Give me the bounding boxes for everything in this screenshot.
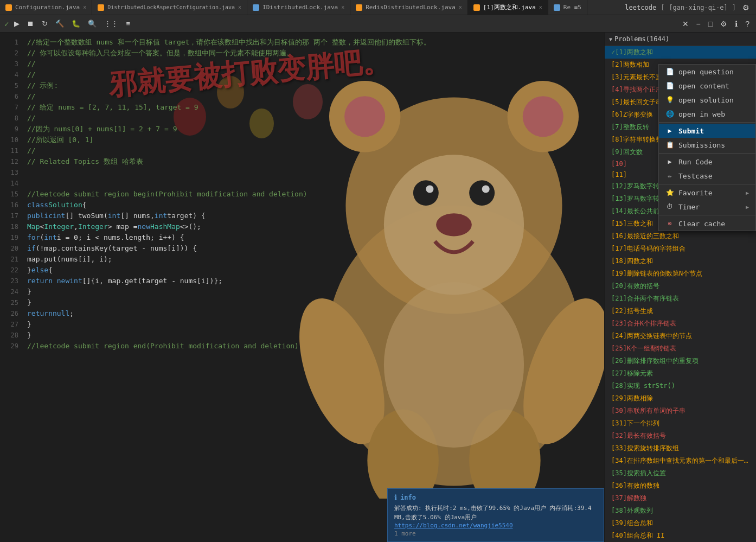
info-more-btn[interactable]: 1 more [394,530,597,537]
code-line-11: 11 // [0,145,604,156]
code-line-2: 2 // 你可以假设每种输入只会对应一个答案。但是，数组中同一个元素不能使用两遍… [0,48,604,59]
layout-btn[interactable]: ⋮⋮ [102,18,120,29]
search-btn[interactable]: 🔍 [86,18,99,29]
toolbar-right: ✕ − □ ⚙ ℹ ? [680,18,752,29]
testcase-icon: ✏ [665,171,674,180]
problem-item-30[interactable]: [30]串联所有单词的子串 [605,405,756,417]
ctx-submit[interactable]: ▶ Submit [659,124,755,138]
code-line-21: 21 map.put(nums[i], i); [0,254,604,265]
problem-item-28[interactable]: [28]实现 strStr() [605,380,756,392]
tab-bar-left: Configuration.java × DistributedLockAspe… [0,0,620,15]
stop-btn[interactable]: ⏹ [25,18,36,29]
code-line-6: 6 // [0,91,604,102]
tab-close-btn3[interactable]: × [341,4,344,10]
tab-re[interactable]: Re ≡5 [548,0,587,15]
tab-distributed-lock-aspect[interactable]: DistributedLockAspectConfiguration.java … [92,0,247,15]
problem-item-22[interactable]: [22]括号生成 [605,305,756,317]
help-btn[interactable]: ? [743,18,752,29]
code-line-10: 10 //所以返回 [0, 1] [0,135,604,145]
settings2-btn[interactable]: ⚙ [718,18,729,29]
timer-icon: ⏱ [665,202,674,211]
tab-redis-distributed-lock[interactable]: RedisDistributedLock.java × [350,0,468,15]
run-btn[interactable]: ▶ [12,18,22,29]
problem-item-39[interactable]: [39]组合总和 [605,517,756,530]
ctx-open-web[interactable]: 🌐 open in web [659,107,755,121]
ctx-favorite[interactable]: ⭐ Favorite ▶ [659,186,755,200]
main-layout: 邪就要被打败变胖吧。 [0,33,756,542]
code-line-3: 3 // [0,59,604,69]
ctx-clear-cache[interactable]: ⊗ Clear cache [659,216,755,231]
submit-icon: ▶ [665,126,674,135]
refresh-btn[interactable]: ↻ [40,18,50,29]
open-web-icon: 🌐 [665,110,674,118]
ctx-run-code-label: Run Code [678,158,749,166]
tab-idistributedlock[interactable]: IDistributedLock.java × [247,0,350,15]
timer-arrow-icon: ▶ [746,204,749,210]
problem-item-25[interactable]: [25]K个一组翻转链表 [605,342,756,355]
build-btn[interactable]: 🔨 [53,18,66,29]
problem-item-35[interactable]: [35]搜索插入位置 [605,467,756,480]
code-line-26: 26 return null; [0,308,604,319]
problem-item-31[interactable]: [31]下一个排列 [605,417,756,430]
tab-close-btn[interactable]: × [83,4,86,10]
ctx-testcase[interactable]: ✏ Testcase [659,169,755,183]
ctx-testcase-label: Testcase [678,172,749,180]
tab-twosum[interactable]: [1]两数之和.java × [468,0,548,15]
editor-scroll-area[interactable]: 1 //给定一个整数数组 nums 和一个目标值 target，请你在该数组中找… [0,33,604,542]
problem-item-20[interactable]: [20]有效的括号 [605,280,756,292]
code-line-8: 8 // [0,113,604,124]
problem-item-33[interactable]: [33]搜索旋转排序数组 [605,442,756,455]
problem-item-38[interactable]: [38]外观数列 [605,505,756,517]
code-line-23: 23 return new int[]{i, map.get(target - … [0,276,604,286]
problem-item-34[interactable]: [34]在排序数组中查找元素的第一个和最后一个位置 [605,455,756,467]
code-line-18: 18 Map<Integer, Integer> map = new HashM… [0,221,604,232]
problem-item-29[interactable]: [29]两数相除 [605,392,756,405]
problem-item-36[interactable]: [36]有效的数独 [605,480,756,492]
problem-item-37[interactable]: [37]解数独 [605,492,756,505]
expand-icon[interactable]: ▼ [609,36,612,42]
problem-item-16[interactable]: [16]最接近的三数之和 [605,230,756,243]
info-btn[interactable]: ℹ [733,18,740,29]
settings-btn[interactable]: ⚙ [740,2,752,13]
problem-item-17[interactable]: [17]电话号码的字符组合 [605,243,756,255]
ctx-open-content[interactable]: 📄 open content [659,79,755,93]
code-line-9: 9 //因为 nums[0] + nums[1] = 2 + 7 = 9 [0,124,604,135]
tab-icon-java [5,4,12,11]
tab-close-btn5[interactable]: × [539,4,542,10]
ctx-clear-cache-label: Clear cache [678,220,749,228]
tab-close-btn2[interactable]: × [238,4,241,10]
minimize-btn[interactable]: − [694,18,703,29]
tab-configuration[interactable]: Configuration.java × [0,0,92,15]
problem-item-23[interactable]: [23]合并K个排序链表 [605,317,756,330]
debug-btn[interactable]: 🐛 [69,18,82,29]
tab-close-btn4[interactable]: × [459,4,462,10]
ctx-run-code[interactable]: ▶ Run Code [659,155,755,169]
info-bar: ℹ info 解答成功: 执行耗时:2 ms,击败了99.65% 的Java用户… [387,488,604,542]
problem-item-26[interactable]: [26]删除排序数组中的重复项 [605,355,756,367]
ctx-open-solution-label: open solution [678,96,749,104]
clear-cache-icon: ⊗ [665,219,674,228]
ctx-submissions[interactable]: 📋 Submissions [659,138,755,152]
tab-icon-java6 [554,4,560,11]
username-bracket-close: ] [732,4,736,11]
problem-item-18[interactable]: [18]四数之和 [605,255,756,267]
problem-item-32[interactable]: [32]最长有效括号 [605,430,756,442]
ctx-open-content-label: open content [678,82,749,90]
ctx-open-solution[interactable]: 💡 open solution [659,93,755,107]
problem-item-21[interactable]: [21]合并两个有序链表 [605,292,756,305]
tab-icon-java4 [356,4,362,11]
problem-item-27[interactable]: [27]移除元素 [605,367,756,380]
open-content-icon: 📄 [665,81,674,90]
more-btn[interactable]: ≡ [124,18,132,29]
problem-item-1[interactable]: ✓[1]两数之和 [605,46,756,59]
checkmark-icon: ✓ [4,20,9,28]
ctx-open-question[interactable]: 📄 open question [659,65,755,79]
maximize-btn[interactable]: □ [706,18,715,29]
close-btn[interactable]: ✕ [680,18,691,29]
problem-item-19[interactable]: [19]删除链表的倒数第N个节点 [605,267,756,280]
ctx-timer[interactable]: ⏱ Timer ▶ [659,200,755,214]
info-link[interactable]: https://blog.csdn.net/wangjie5540 [394,522,597,529]
problem-item-24[interactable]: [24]两两交换链表中的节点 [605,330,756,342]
problem-item-40[interactable]: [40]组合总和 II [605,530,756,542]
ctx-submissions-label: Submissions [678,141,749,149]
